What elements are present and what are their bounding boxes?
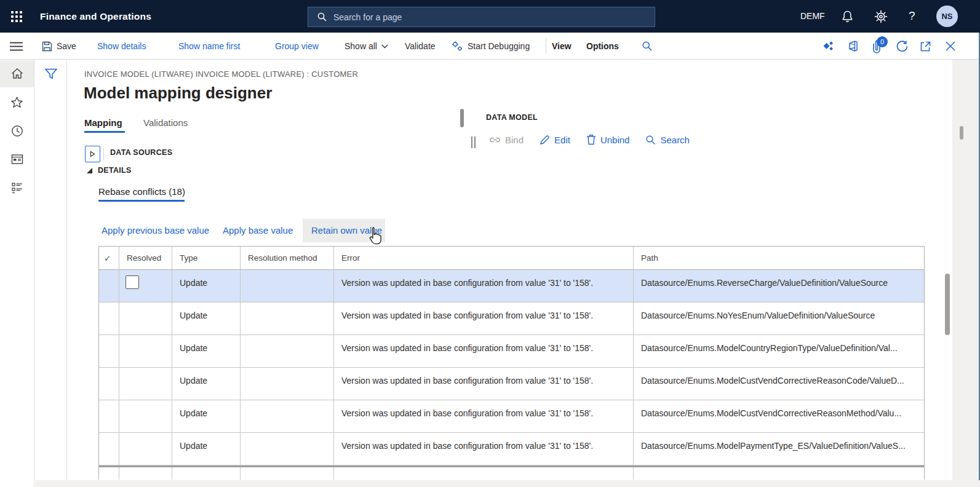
- tab-mapping-underline: [84, 131, 125, 133]
- bottom-gutter: [35, 480, 980, 487]
- mouse-cursor: [367, 226, 383, 245]
- tab-mapping[interactable]: Mapping: [84, 117, 122, 128]
- svg-text:0: 0: [880, 38, 884, 46]
- sidebar-item-favorites[interactable]: [0, 89, 34, 116]
- action-pane: Save Show details Show name first Group …: [0, 33, 980, 60]
- toolbar-drag-handle[interactable]: [471, 137, 476, 148]
- close-icon[interactable]: [945, 33, 956, 60]
- rebase-tab-underline: [98, 200, 185, 202]
- grid-partial-row: [99, 467, 924, 480]
- action-search-icon[interactable]: [642, 33, 653, 60]
- form-window-icon: [10, 152, 25, 167]
- sidebar-item-recent[interactable]: [0, 117, 34, 145]
- save-button[interactable]: Save: [42, 33, 76, 60]
- show-details-button[interactable]: Show details: [97, 33, 146, 60]
- table-row[interactable]: Update Version was updated in base confi…: [99, 270, 924, 303]
- home-icon: [10, 66, 25, 81]
- star-icon: [9, 95, 25, 110]
- page-title: Model mapping designer: [84, 84, 272, 103]
- show-name-first-button[interactable]: Show name first: [178, 33, 240, 60]
- search-button[interactable]: Search: [645, 135, 690, 145]
- page-scrollbar-thumb[interactable]: [960, 126, 963, 140]
- splitter-handle[interactable]: [460, 109, 464, 127]
- data-model-header: DATA MODEL: [486, 113, 538, 122]
- chevron-down-icon: [381, 44, 388, 49]
- table-row[interactable]: Update Version was updated in base confi…: [99, 303, 924, 335]
- hamburger-menu-icon[interactable]: [10, 33, 23, 60]
- popout-icon[interactable]: [919, 33, 932, 60]
- right-gutter: [952, 60, 980, 487]
- collapse-triangle-icon[interactable]: [86, 167, 93, 174]
- save-icon: [42, 41, 52, 52]
- search-icon: [645, 135, 656, 145]
- data-sources-header: DATA SOURCES: [110, 148, 172, 157]
- filter-rail-divider: [66, 60, 67, 480]
- type-column-header[interactable]: Type: [172, 247, 241, 269]
- expander-divider: [103, 148, 104, 160]
- apply-base-value-button[interactable]: Apply base value: [223, 225, 293, 236]
- refresh-icon[interactable]: [896, 33, 909, 60]
- grid-header-row: ✓ Resolved Type Resolution method Error …: [99, 247, 924, 270]
- tab-rebase-conflicts[interactable]: Rebase conflicts (18): [98, 186, 185, 197]
- show-all-dropdown[interactable]: Show all: [345, 33, 388, 60]
- error-column-header[interactable]: Error: [334, 247, 634, 269]
- nav-sidebar: [0, 60, 34, 487]
- power-apps-icon[interactable]: [823, 33, 834, 60]
- select-all-column-header[interactable]: ✓: [99, 247, 119, 269]
- grid-scrollbar-thumb[interactable]: [945, 274, 950, 335]
- app-title[interactable]: Finance and Operations: [40, 0, 151, 33]
- resolved-checkbox[interactable]: [125, 275, 139, 289]
- data-model-toolbar: Bind Edit Unbind Search: [489, 134, 690, 145]
- options-menu[interactable]: Options: [586, 33, 619, 60]
- help-icon[interactable]: ?: [909, 9, 915, 23]
- expand-triangle-icon: [90, 151, 95, 157]
- action-bar-divider: [546, 39, 546, 53]
- top-navigation-bar: Finance and Operations Search for a page…: [0, 0, 980, 33]
- page-search-placeholder: Search for a page: [333, 12, 402, 22]
- data-sources-expander[interactable]: [85, 146, 100, 162]
- trash-icon: [586, 134, 596, 145]
- conflicts-grid: ✓ Resolved Type Resolution method Error …: [98, 246, 925, 480]
- resolved-column-header[interactable]: Resolved: [119, 247, 172, 269]
- edit-button[interactable]: Edit: [540, 135, 570, 145]
- page-search-box[interactable]: Search for a page: [308, 7, 655, 27]
- link-icon: [489, 136, 501, 144]
- attachments-button[interactable]: 0: [869, 33, 890, 60]
- start-debugging-button[interactable]: Start Debugging: [452, 33, 530, 60]
- avatar[interactable]: NS: [936, 6, 958, 27]
- view-menu[interactable]: View: [552, 33, 572, 60]
- checklist-icon: [10, 181, 25, 196]
- filter-icon[interactable]: [44, 68, 58, 81]
- table-row[interactable]: Update Version was updated in base confi…: [99, 400, 924, 433]
- gear-icon[interactable]: [874, 10, 888, 23]
- waffle-icon[interactable]: [10, 10, 23, 23]
- conflict-rows: Update Version was updated in base confi…: [99, 270, 924, 465]
- sidebar-item-workspaces[interactable]: [0, 146, 34, 173]
- details-header: DETAILS: [98, 166, 132, 175]
- validate-button[interactable]: Validate: [405, 33, 436, 60]
- table-row[interactable]: Update Version was updated in base confi…: [99, 368, 924, 400]
- table-row[interactable]: Update Version was updated in base confi…: [99, 335, 924, 368]
- office-apps-icon[interactable]: [847, 33, 859, 60]
- breadcrumb: INVOICE MODEL (LITWARE) INVOICE MODEL (L…: [84, 69, 358, 79]
- resolution-method-column-header[interactable]: Resolution method: [241, 247, 334, 269]
- sidebar-item-home[interactable]: [0, 60, 34, 87]
- sidebar-item-modules[interactable]: [0, 175, 34, 202]
- unbind-button[interactable]: Unbind: [586, 134, 630, 145]
- clock-icon: [10, 124, 25, 138]
- group-view-button[interactable]: Group view: [275, 33, 319, 60]
- apply-previous-base-value-button[interactable]: Apply previous base value: [102, 225, 209, 236]
- app-window: Finance and Operations Search for a page…: [0, 0, 980, 487]
- company-picker[interactable]: DEMF: [800, 11, 825, 21]
- search-icon: [317, 12, 327, 22]
- bind-button[interactable]: Bind: [489, 135, 524, 145]
- tab-validations[interactable]: Validations: [143, 117, 188, 128]
- path-column-header[interactable]: Path: [634, 247, 924, 269]
- table-row[interactable]: Update Version was updated in base confi…: [99, 433, 924, 465]
- pencil-icon: [540, 135, 550, 145]
- debug-gears-icon: [452, 41, 463, 52]
- bell-icon[interactable]: [841, 10, 854, 23]
